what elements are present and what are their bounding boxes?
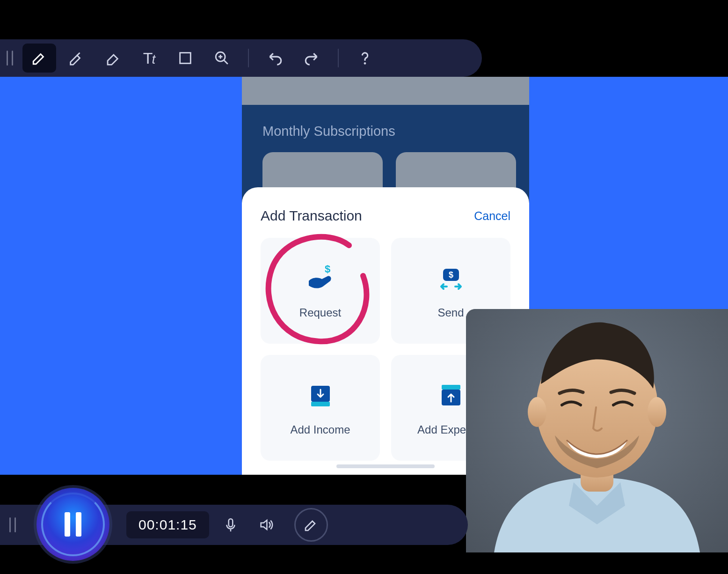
svg-rect-7 [311, 402, 330, 406]
highlighter-icon [68, 50, 84, 66]
request-tile[interactable]: $ Request [261, 238, 380, 344]
pen-icon [31, 50, 47, 66]
toolbar-separator [248, 49, 249, 67]
redo-icon [304, 50, 320, 66]
eraser-tool-button[interactable] [95, 44, 129, 73]
help-icon [357, 50, 373, 66]
pen-tool-button[interactable] [22, 44, 56, 73]
zoom-in-button[interactable] [205, 44, 239, 73]
sheet-drag-handle[interactable] [336, 464, 435, 468]
text-tool-button[interactable]: Tt [132, 44, 166, 73]
tile-label: Add Income [290, 423, 350, 436]
recbar-drag-handle[interactable] [9, 517, 16, 532]
toolbar-separator [338, 49, 339, 67]
svg-point-2 [364, 63, 365, 64]
tile-label: Send [437, 306, 464, 319]
svg-text:$: $ [448, 270, 453, 280]
svg-rect-8 [442, 385, 460, 390]
pause-recording-button[interactable] [36, 488, 109, 561]
eraser-icon [104, 50, 120, 66]
rectangle-icon [177, 50, 193, 66]
svg-point-14 [648, 397, 666, 427]
webcam-overlay[interactable] [466, 309, 728, 552]
speaker-icon [258, 517, 274, 533]
send-money-icon: $ [435, 262, 467, 295]
toolbar-drag-handle[interactable] [7, 51, 13, 66]
request-money-icon: $ [304, 262, 337, 295]
sheet-title: Add Transaction [261, 208, 362, 224]
cancel-button[interactable]: Cancel [474, 209, 510, 223]
svg-rect-0 [180, 53, 191, 64]
svg-point-13 [528, 397, 546, 427]
speaker-button[interactable] [252, 511, 280, 539]
annotation-toggle-button[interactable] [294, 508, 328, 542]
add-income-tile[interactable]: Add Income [261, 355, 380, 461]
annotation-toolbar: Tt [0, 39, 482, 77]
pen-icon [304, 517, 319, 532]
help-button[interactable] [348, 44, 382, 73]
svg-text:$: $ [325, 263, 330, 275]
microphone-button[interactable] [217, 511, 245, 539]
undo-icon [267, 50, 283, 66]
presenter-avatar [466, 309, 728, 552]
add-expense-icon [435, 379, 467, 412]
zoom-in-icon [214, 50, 230, 66]
rectangle-tool-button[interactable] [168, 44, 202, 73]
section-title: Monthly Subscriptions [262, 124, 516, 139]
highlighter-tool-button[interactable] [59, 44, 93, 73]
svg-rect-15 [229, 519, 233, 527]
microphone-icon [223, 517, 239, 533]
text-icon: Tt [143, 49, 155, 67]
tile-label: Request [299, 306, 341, 319]
redo-button[interactable] [295, 44, 328, 73]
add-income-icon [304, 379, 337, 412]
undo-button[interactable] [258, 44, 292, 73]
pause-icon [65, 512, 81, 537]
elapsed-time: 00:01:15 [126, 511, 209, 538]
